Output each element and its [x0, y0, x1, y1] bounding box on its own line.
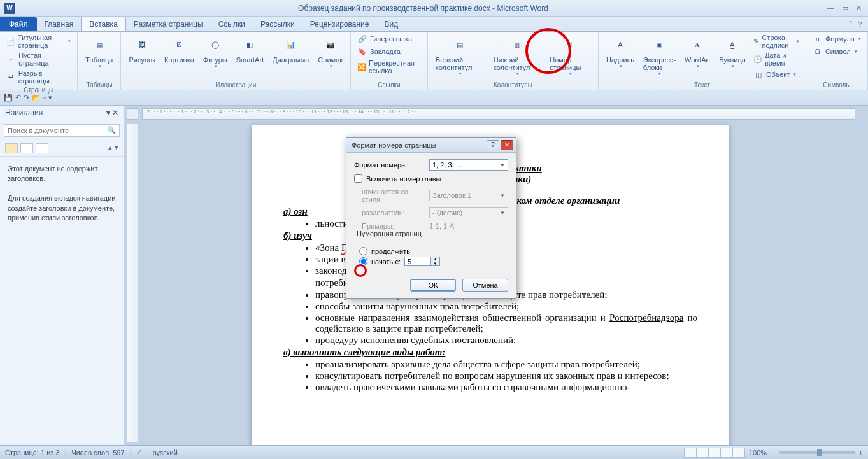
- object-button[interactable]: ◫Объект: [751, 69, 802, 80]
- ruler-corner[interactable]: [127, 108, 138, 120]
- view-draft[interactable]: [732, 448, 745, 458]
- nav-empty-msg1: Этот документ не содержит заголовков.: [8, 164, 116, 184]
- nav-tabs-next-icon[interactable]: ▾: [115, 143, 118, 153]
- tab-home[interactable]: Главная: [37, 17, 82, 31]
- zoom-out-button[interactable]: −: [771, 449, 774, 456]
- horizontal-ruler[interactable]: · 2 · · · 1 · · · · · · 1 · · · 2 · · · …: [142, 108, 855, 120]
- qat-redo-icon[interactable]: ↷: [24, 94, 29, 102]
- hyperlink-button[interactable]: 🔗Гиперссылка: [355, 33, 423, 45]
- qat-undo-icon[interactable]: ↶: [15, 94, 21, 102]
- zoom-slider[interactable]: [779, 451, 855, 454]
- start-at-spinner[interactable]: ▲▼: [404, 257, 440, 266]
- footer-button[interactable]: ▥Нижний колонтитул: [490, 33, 544, 78]
- start-at-input[interactable]: [405, 257, 430, 265]
- page-break-button[interactable]: ↵Разрыв страницы: [4, 69, 73, 85]
- nav-tabs-prev-icon[interactable]: ▴: [108, 143, 112, 153]
- tab-references[interactable]: Ссылки: [211, 17, 253, 31]
- tab-page-layout[interactable]: Разметка страницы: [126, 17, 211, 31]
- separator-label: разделитель:: [354, 209, 424, 216]
- quick-access-toolbar: 💾 ↶ ↷ 📂 ▫ ▾: [0, 90, 868, 106]
- nav-empty-msg2: Для создания вкладок навигации создайте …: [8, 194, 116, 223]
- equation-icon: π: [813, 34, 823, 44]
- tab-mailings[interactable]: Рассылки: [253, 17, 302, 31]
- view-print-layout[interactable]: [684, 448, 697, 458]
- tab-review[interactable]: Рецензирование: [302, 17, 377, 31]
- nav-dropdown-icon[interactable]: ▾: [106, 108, 110, 117]
- close-button[interactable]: ✕: [856, 4, 862, 12]
- zoom-in-button[interactable]: +: [859, 449, 863, 456]
- tab-insert[interactable]: Вставка: [81, 17, 126, 31]
- cover-page-button[interactable]: 📄Титульная страница: [4, 33, 73, 50]
- page-number-button[interactable]: #Номер страницы: [546, 33, 594, 78]
- start-at-label: начать с:: [371, 258, 401, 265]
- ribbon-minimize-icon[interactable]: ˄: [849, 20, 853, 29]
- blank-page-button[interactable]: ▫Пустая страница: [4, 51, 73, 67]
- nav-tab-headings[interactable]: [5, 143, 18, 153]
- minimize-button[interactable]: ―: [827, 4, 834, 12]
- nav-title: Навигация: [5, 108, 43, 117]
- status-page[interactable]: Страница: 1 из 3: [5, 449, 60, 456]
- cancel-button[interactable]: Отмена: [462, 279, 508, 292]
- include-chapter-label: Включить номер главы: [366, 175, 441, 183]
- bookmark-button[interactable]: 🔖Закладка: [355, 46, 423, 57]
- search-icon[interactable]: 🔍: [107, 126, 116, 134]
- view-web[interactable]: [708, 448, 721, 458]
- ok-button[interactable]: ОК: [410, 279, 456, 292]
- chart-button[interactable]: 📊Диаграмма: [269, 33, 313, 65]
- start-at-radio[interactable]: [359, 257, 367, 265]
- header-button[interactable]: ▤Верхний колонтитул: [432, 33, 488, 78]
- proofing-icon[interactable]: ✓: [136, 448, 142, 456]
- equation-button[interactable]: πФормула: [810, 33, 864, 45]
- help-icon[interactable]: ?: [858, 20, 862, 29]
- continue-label: продолжить: [371, 248, 410, 255]
- datetime-button[interactable]: 🕒Дата и время: [751, 51, 802, 67]
- symbol-button[interactable]: ΩСимвол: [810, 46, 864, 57]
- vertical-ruler[interactable]: [127, 124, 138, 442]
- shapes-button[interactable]: ◯Фигуры: [199, 33, 231, 70]
- header-icon: ▤: [450, 34, 470, 55]
- qat-save-icon[interactable]: 💾: [4, 94, 13, 102]
- spin-down-icon[interactable]: ▼: [430, 262, 439, 266]
- maximize-button[interactable]: ▭: [842, 4, 848, 12]
- tab-view[interactable]: Вид: [376, 17, 406, 31]
- group-links: Ссылки: [355, 80, 423, 90]
- include-chapter-checkbox[interactable]: [354, 174, 362, 183]
- qat-new-icon[interactable]: ▫: [43, 94, 46, 102]
- crossref-button[interactable]: 🔀Перекрестная ссылка: [355, 59, 423, 75]
- status-zoom[interactable]: 100%: [749, 449, 767, 456]
- number-format-select[interactable]: 1, 2, 3, …▼: [429, 159, 508, 171]
- nav-search-input[interactable]: [4, 124, 120, 137]
- quickparts-button[interactable]: ▣Экспресс-блоки: [639, 33, 679, 78]
- qat-open-icon[interactable]: 📂: [32, 94, 41, 102]
- textbox-button[interactable]: AНадпись: [602, 33, 638, 70]
- smartart-button[interactable]: ◧SmartArt: [232, 33, 267, 65]
- nav-tab-results[interactable]: [36, 143, 48, 153]
- page-number-format-dialog: Формат номера страницы ? ✕ Формат номера…: [346, 137, 516, 299]
- dropcap-button[interactable]: A̲Буквица: [715, 33, 750, 70]
- examples-value: 1-1, 1-A: [429, 222, 454, 230]
- view-outline[interactable]: [720, 448, 733, 458]
- status-language[interactable]: русский: [152, 449, 177, 456]
- footer-icon: ▥: [507, 34, 527, 55]
- dialog-close-button[interactable]: ✕: [501, 140, 513, 150]
- clipart-button[interactable]: 🖻Картинка: [160, 33, 198, 65]
- nav-tab-pages[interactable]: [20, 143, 33, 153]
- page-number-icon: #: [560, 34, 580, 55]
- wordart-button[interactable]: 𝐀WordArt: [681, 33, 714, 70]
- status-words[interactable]: Число слов: 597: [71, 449, 124, 456]
- sigline-button[interactable]: ✎Строка подписи: [751, 33, 802, 50]
- group-symbols: Символы: [810, 80, 864, 90]
- nav-close-icon[interactable]: ✕: [112, 108, 118, 117]
- qat-dropdown-icon[interactable]: ▾: [48, 94, 52, 102]
- screenshot-button[interactable]: 📷Снимок: [314, 33, 346, 70]
- view-fullscreen[interactable]: [696, 448, 709, 458]
- window-title: Образец заданий по производственной прак…: [19, 4, 827, 13]
- continue-radio[interactable]: [359, 247, 367, 255]
- cover-page-icon: 📄: [6, 36, 15, 46]
- tab-file[interactable]: Файл: [0, 17, 37, 31]
- picture-button[interactable]: 🖼Рисунок: [125, 33, 159, 65]
- table-button[interactable]: ▦Таблица: [82, 33, 117, 70]
- dialog-help-button[interactable]: ?: [487, 140, 499, 150]
- textbox-icon: A: [610, 34, 630, 55]
- symbol-icon: Ω: [813, 46, 823, 57]
